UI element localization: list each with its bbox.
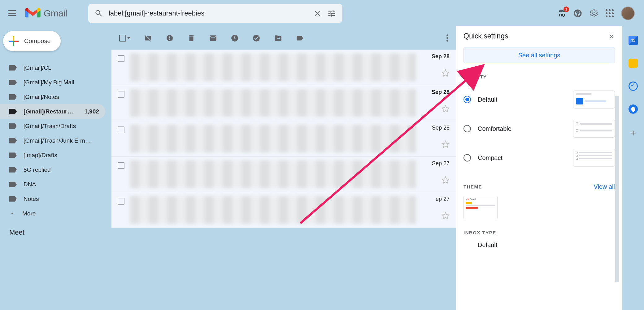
remove-label-icon[interactable] [144,34,152,42]
clear-search-icon[interactable] [313,9,322,18]
star-icon[interactable] [442,176,450,184]
header: Gmail clou HQ 1 [0,0,644,26]
sidebar-label[interactable]: [Gmail]/Restaur… 1,902 [0,104,105,119]
label-icon [9,196,17,202]
density-option[interactable]: Comfortable [463,114,615,143]
sidebar-label[interactable]: [Gmail]/Trash/Drafts [0,119,105,133]
search-bar[interactable] [88,4,342,23]
sidebar-label[interactable]: Notes [0,192,105,206]
density-preview [573,91,615,108]
mail-date: Sep 28 [432,125,450,131]
mail-date: ep 27 [436,196,450,202]
label-icon [9,109,17,114]
meet-section-header: Meet [0,221,111,237]
see-all-settings-button[interactable]: See all settings [463,47,615,63]
density-section-title: DENSITY [463,74,615,79]
google-apps-icon[interactable] [606,9,614,17]
radio-button[interactable] [463,125,471,132]
density-option[interactable]: Compact [463,143,615,172]
mail-row[interactable]: Sep 28 [111,121,456,157]
label-icon [9,80,17,85]
mark-unread-icon[interactable] [209,34,217,42]
add-app-icon[interactable]: + [630,127,636,139]
label-count: 1,902 [84,108,99,115]
side-panel: 31 + [622,26,644,310]
snooze-icon[interactable] [231,34,239,42]
mail-row[interactable]: ep 27 [111,192,456,228]
quick-settings-panel: Quick settings See all settings DENSITY … [456,26,622,310]
mail-checkbox[interactable] [118,198,124,205]
cloudhq-extension-icon[interactable]: clou HQ 1 [559,9,566,17]
mail-row[interactable]: Sep 27 [111,157,456,192]
sidebar-label[interactable]: [Gmail]/My Big Mail [0,75,105,90]
sidebar-label[interactable]: 5G replied [0,162,105,177]
select-all-checkbox[interactable] [119,35,130,42]
sidebar-label[interactable]: DNA [0,177,105,192]
contacts-app-icon[interactable] [629,104,638,114]
theme-section-title: THEME [463,184,482,189]
account-avatar[interactable] [621,7,635,20]
star-icon[interactable] [442,105,450,113]
delete-icon[interactable] [187,34,195,42]
mail-area: Sep 28 Sep 28 Sep 28 Sep 27 ep 27 [111,26,456,310]
settings-gear-icon[interactable] [590,9,598,18]
label-icon [9,94,17,100]
view-all-themes-link[interactable]: View all [594,183,615,190]
mail-checkbox[interactable] [118,126,124,133]
gmail-logo-icon [25,7,41,19]
add-to-tasks-icon[interactable] [252,34,260,42]
label-icon [9,153,17,158]
compose-button[interactable]: Compose [3,31,61,51]
sidebar-label[interactable]: [Gmail]/Trash/Junk E-m… [0,133,105,148]
tasks-app-icon[interactable] [629,82,638,91]
mail-row[interactable]: Sep 28 [111,85,456,121]
density-preview [573,120,615,138]
main-menu-button[interactable] [5,6,20,21]
theme-thumbnail[interactable]: ≡ M Gmail [463,196,498,219]
mail-list: Sep 28 Sep 28 Sep 28 Sep 27 ep 27 [111,50,456,228]
mail-checkbox[interactable] [118,162,124,169]
sidebar-label[interactable]: [Imap]/Drafts [0,148,105,162]
toolbar [111,26,456,50]
radio-button[interactable] [463,154,471,162]
calendar-app-icon[interactable]: 31 [629,36,638,45]
star-icon[interactable] [442,212,450,220]
inbox-type-default[interactable]: Default [463,241,615,249]
mail-content-redacted [130,89,416,117]
labels-icon[interactable] [296,34,304,42]
radio-button[interactable] [463,96,471,103]
mail-content-redacted [130,53,416,81]
support-icon[interactable] [573,9,582,18]
report-spam-icon[interactable] [166,34,174,42]
chevron-down-icon [127,37,130,39]
mail-checkbox[interactable] [118,55,124,62]
sidebar-label[interactable]: [Gmail]/Notes [0,90,105,104]
mail-row[interactable]: Sep 28 [111,50,456,85]
mail-content-redacted [130,196,416,224]
label-icon [9,138,17,144]
keep-app-icon[interactable] [629,59,638,68]
chevron-down-icon [9,210,15,217]
search-input[interactable] [109,9,307,17]
label-icon [9,123,17,129]
quick-settings-title: Quick settings [463,32,508,40]
sidebar-more[interactable]: More [0,206,105,221]
mail-content-redacted [130,125,416,153]
sidebar: Compose [Gmail]/CL [Gmail]/My Big Mail [… [0,26,111,310]
sidebar-label[interactable]: [Gmail]/CL [0,60,105,75]
gmail-logo-area[interactable]: Gmail [25,7,67,19]
more-actions-icon[interactable] [446,34,448,42]
move-to-icon[interactable] [274,34,282,42]
close-icon[interactable] [608,33,615,40]
star-icon[interactable] [442,69,450,77]
search-options-icon[interactable] [327,9,336,18]
inbox-type-section-title: INBOX TYPE [463,230,615,235]
mail-date: Sep 28 [432,89,450,95]
mail-checkbox[interactable] [118,91,124,98]
star-icon[interactable] [442,140,450,148]
notification-badge: 1 [564,7,569,12]
density-option[interactable]: Default [463,85,615,114]
mail-date: Sep 28 [432,53,450,60]
gmail-text: Gmail [44,8,67,19]
scrollbar-track[interactable] [615,96,619,282]
